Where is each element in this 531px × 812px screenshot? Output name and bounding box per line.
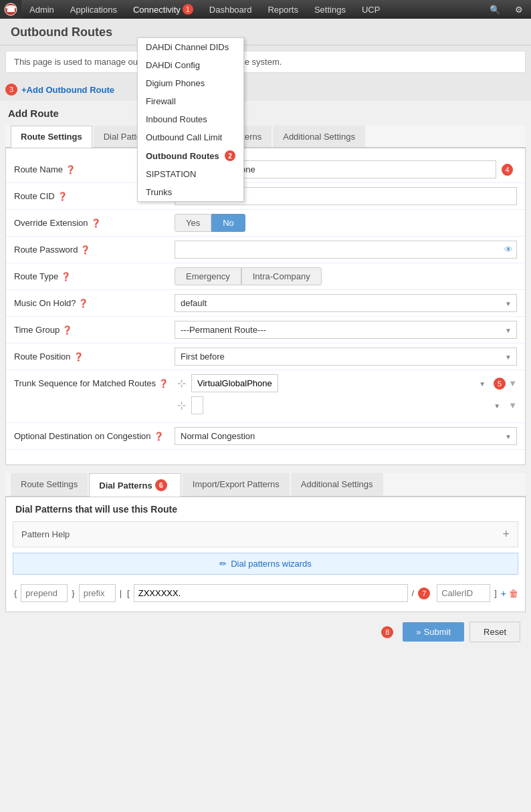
music-on-hold-row: Music On Hold? ❓ default bbox=[6, 290, 525, 317]
add-outbound-route-button[interactable]: + Add Outbound Route bbox=[21, 85, 114, 95]
override-extension-row: Override Extension ❓ Yes No bbox=[6, 210, 525, 237]
dial-patterns-section: Dial Patterns that will use this Route P… bbox=[5, 497, 526, 612]
route-password-input[interactable] bbox=[175, 241, 517, 259]
pattern-help-bar[interactable]: Pattern Help + bbox=[13, 521, 518, 547]
add-route-bar: 3 + Add Outbound Route bbox=[0, 78, 531, 101]
pattern-open-bracket: [ bbox=[126, 588, 131, 598]
search-icon-btn[interactable]: 🔍 bbox=[483, 0, 507, 19]
music-on-hold-help[interactable]: ❓ bbox=[78, 299, 88, 308]
time-group-help[interactable]: ❓ bbox=[62, 325, 72, 335]
route-type-help[interactable]: ❓ bbox=[61, 272, 71, 281]
menu-sipstation[interactable]: SIPSTATION bbox=[138, 165, 243, 183]
override-extension-label: Override Extension ❓ bbox=[14, 218, 175, 228]
route-password-row: Route Password ❓ 👁 bbox=[6, 237, 525, 263]
menu-inbound-routes[interactable]: Inbound Routes bbox=[138, 110, 243, 128]
route-type-toggle: Emergency Intra-Company bbox=[175, 267, 517, 285]
page-header: Outbound Routes bbox=[0, 19, 531, 45]
reset-button[interactable]: Reset bbox=[469, 622, 520, 642]
settings-icon-btn[interactable]: ⚙ bbox=[507, 0, 531, 19]
menu-digium-phones[interactable]: Digium Phones bbox=[138, 74, 243, 92]
trunk-drag-handle-1[interactable]: ⊹ bbox=[175, 377, 189, 390]
prefix-field[interactable] bbox=[79, 584, 116, 602]
logo: ☎ bbox=[0, 0, 21, 19]
route-position-select-wrapper: First before bbox=[175, 348, 517, 366]
route-password-label: Route Password ❓ bbox=[14, 245, 175, 255]
pattern-field[interactable] bbox=[134, 584, 408, 602]
tab-additional-settings-bottom[interactable]: Additional Settings bbox=[291, 473, 383, 496]
trunk-select-2[interactable] bbox=[191, 396, 203, 414]
nav-ucp[interactable]: UCP bbox=[354, 0, 388, 19]
time-group-select[interactable]: ---Permanent Route--- bbox=[175, 321, 517, 339]
tab-route-settings-bottom[interactable]: Route Settings bbox=[11, 473, 88, 496]
route-password-help[interactable]: ❓ bbox=[80, 245, 90, 255]
menu-outbound-routes[interactable]: Outbound Routes 2 bbox=[138, 146, 243, 165]
menu-outbound-call-limit[interactable]: Outbound Call Limit bbox=[138, 128, 243, 146]
tabs-bottom: Route Settings Dial Patterns 6 Import/Ex… bbox=[5, 473, 526, 497]
nav-admin[interactable]: Admin bbox=[21, 0, 62, 19]
optional-destination-select-wrapper: Normal Congestion bbox=[175, 427, 517, 445]
tab-route-settings-top[interactable]: Route Settings bbox=[11, 126, 92, 148]
route-type-emergency-button[interactable]: Emergency bbox=[175, 267, 241, 285]
music-on-hold-select[interactable]: default bbox=[175, 294, 517, 312]
top-navigation: ☎ Admin Applications Connectivity 1 Dash… bbox=[0, 0, 531, 19]
trunk-sequence-help[interactable]: ❓ bbox=[158, 379, 169, 388]
override-extension-help[interactable]: ❓ bbox=[91, 219, 101, 228]
dial-actions: + 🗑 bbox=[501, 588, 518, 599]
optional-destination-select[interactable]: Normal Congestion bbox=[175, 427, 517, 445]
tab-additional-settings-top[interactable]: Additional Settings bbox=[273, 126, 365, 147]
route-name-help[interactable]: ❓ bbox=[66, 165, 76, 174]
nav-connectivity[interactable]: Connectivity 1 bbox=[125, 0, 201, 19]
trunk-dropdown-arrow-1: ▼ bbox=[508, 378, 517, 388]
time-group-row: Time Group ❓ ---Permanent Route--- bbox=[6, 317, 525, 344]
route-cid-help[interactable]: ❓ bbox=[58, 192, 68, 201]
connectivity-dropdown: DAHDi Channel DIDs DAHDi Config Digium P… bbox=[137, 37, 244, 202]
optional-destination-label: Optional Destination on Congestion ❓ bbox=[14, 431, 175, 441]
callerid-field[interactable] bbox=[437, 584, 490, 602]
route-position-help[interactable]: ❓ bbox=[74, 352, 84, 362]
callerid-close-bracket: ] bbox=[493, 588, 498, 598]
route-name-row: Route Name ❓ 4 bbox=[6, 156, 525, 183]
nav-reports[interactable]: Reports bbox=[259, 0, 306, 19]
prepend-open-bracket: { bbox=[13, 588, 18, 598]
trunk-select-1[interactable]: VirtualGlobalPhone bbox=[191, 374, 278, 392]
menu-trunks[interactable]: Trunks bbox=[138, 183, 243, 201]
prefix-pipe: | bbox=[118, 588, 123, 598]
password-toggle-icon[interactable]: 👁 bbox=[504, 245, 513, 255]
nav-dashboard[interactable]: Dashboard bbox=[201, 0, 260, 19]
time-group-select-wrapper: ---Permanent Route--- bbox=[175, 321, 517, 339]
delete-pattern-button[interactable]: 🗑 bbox=[509, 588, 518, 599]
override-yes-button[interactable]: Yes bbox=[175, 214, 211, 232]
route-type-row: Route Type ❓ Emergency Intra-Company bbox=[6, 263, 525, 290]
wand-icon: ✏ bbox=[219, 559, 227, 569]
tabs-top: Route Settings Dial Patterns Import/Expo… bbox=[5, 126, 526, 148]
nav-applications[interactable]: Applications bbox=[62, 0, 125, 19]
bottom-action-bar: 8 » Submit Reset bbox=[3, 615, 528, 649]
trunk-badge-1: 5 bbox=[494, 378, 506, 390]
menu-dahdi-config[interactable]: DAHDi Config bbox=[138, 56, 243, 74]
nav-settings[interactable]: Settings bbox=[306, 0, 354, 19]
route-position-label: Route Position ❓ bbox=[14, 352, 175, 362]
trunk-select-wrapper-1: VirtualGlobalPhone bbox=[191, 374, 491, 392]
dial-wizard-button[interactable]: ✏ Dial patterns wizards bbox=[13, 553, 518, 575]
add-pattern-button[interactable]: + bbox=[501, 588, 506, 599]
route-name-badge: 4 bbox=[502, 164, 513, 176]
tab-import-export-bottom[interactable]: Import/Export Patterns bbox=[183, 473, 290, 496]
submit-button[interactable]: » Submit bbox=[403, 622, 464, 642]
trunk-select-wrapper-2 bbox=[191, 396, 506, 414]
pattern-slash: / bbox=[411, 588, 416, 598]
optional-destination-row: Optional Destination on Congestion ❓ Nor… bbox=[6, 423, 525, 450]
route-position-row: Route Position ❓ First before bbox=[6, 344, 525, 370]
prepend-field[interactable] bbox=[21, 584, 68, 602]
menu-dahdi-channel-dids[interactable]: DAHDi Channel DIDs bbox=[138, 38, 243, 56]
trunk-row-2: ⊹ ▼ bbox=[175, 396, 517, 414]
time-group-label: Time Group ❓ bbox=[14, 325, 175, 335]
pattern-help-label: Pattern Help bbox=[21, 529, 70, 539]
page-title: Outbound Routes bbox=[11, 25, 520, 39]
route-type-intra-company-button[interactable]: Intra-Company bbox=[241, 267, 322, 285]
tab-dial-patterns-bottom[interactable]: Dial Patterns 6 bbox=[89, 473, 181, 497]
menu-firewall[interactable]: Firewall bbox=[138, 92, 243, 110]
route-position-select[interactable]: First before bbox=[175, 348, 517, 366]
optional-destination-help[interactable]: ❓ bbox=[154, 432, 164, 441]
override-no-button[interactable]: No bbox=[211, 214, 245, 232]
trunk-drag-handle-2[interactable]: ⊹ bbox=[175, 399, 189, 412]
